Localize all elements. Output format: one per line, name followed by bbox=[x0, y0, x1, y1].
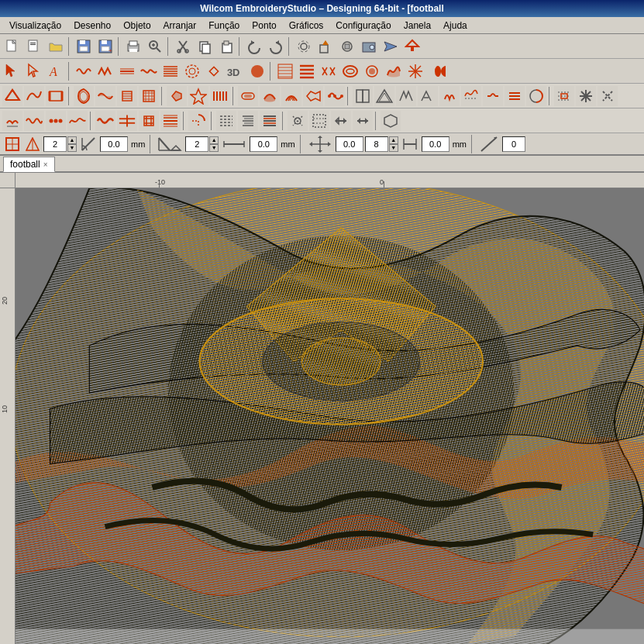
letter-tool[interactable]: A bbox=[46, 61, 66, 81]
dense-pattern[interactable] bbox=[160, 61, 181, 81]
input-val1[interactable]: 2 bbox=[43, 136, 67, 152]
spin-up-3[interactable]: ▲ bbox=[389, 136, 398, 144]
diagonal-icon[interactable] bbox=[478, 134, 500, 154]
input-val2[interactable]: 0.0 bbox=[100, 136, 128, 152]
undo-button[interactable] bbox=[244, 36, 264, 57]
length-icon[interactable] bbox=[221, 134, 247, 154]
menu-ajuda[interactable]: Ajuda bbox=[437, 19, 474, 33]
fancy-stitch[interactable] bbox=[362, 61, 382, 81]
t3-15[interactable] bbox=[325, 86, 345, 106]
radial-pattern[interactable] bbox=[182, 61, 202, 81]
new-button[interactable] bbox=[2, 36, 22, 57]
t3-16[interactable] bbox=[353, 86, 373, 106]
spin-up-2[interactable]: ▲ bbox=[209, 136, 219, 144]
menu-ponto[interactable]: Ponto bbox=[246, 19, 282, 33]
t4-15[interactable] bbox=[331, 111, 351, 131]
t4-9[interactable] bbox=[188, 111, 208, 131]
menu-janela[interactable]: Janela bbox=[398, 19, 437, 33]
t3-23[interactable] bbox=[505, 86, 525, 106]
spin-down-1[interactable]: ▼ bbox=[67, 144, 77, 152]
node-tool[interactable] bbox=[24, 61, 44, 81]
t4-8[interactable] bbox=[160, 111, 181, 131]
new2-button[interactable] bbox=[24, 36, 44, 57]
t3-18[interactable] bbox=[396, 86, 416, 106]
circle-stitch[interactable] bbox=[340, 61, 360, 81]
t3-7[interactable] bbox=[139, 86, 159, 106]
measure-icon[interactable] bbox=[401, 134, 419, 154]
fill-pattern[interactable] bbox=[247, 61, 267, 81]
t3-11[interactable] bbox=[238, 86, 258, 106]
t3-27[interactable] bbox=[598, 86, 618, 106]
wave2-tool[interactable] bbox=[139, 61, 159, 81]
moon-stitch[interactable] bbox=[427, 61, 447, 81]
3d-button[interactable]: 3D bbox=[226, 61, 246, 81]
input-val4[interactable]: 0.0 bbox=[250, 136, 277, 152]
export-button[interactable] bbox=[402, 36, 422, 57]
t3-22[interactable] bbox=[483, 86, 503, 106]
t3-26[interactable] bbox=[576, 86, 596, 106]
save-button[interactable] bbox=[74, 36, 94, 57]
input-val7[interactable]: 0.0 bbox=[422, 136, 449, 152]
machine-button[interactable] bbox=[359, 36, 379, 57]
menu-objeto[interactable]: Objeto bbox=[117, 19, 157, 33]
t3-4[interactable] bbox=[74, 86, 94, 106]
snap-button[interactable] bbox=[4, 136, 21, 153]
settings-button[interactable] bbox=[294, 36, 314, 57]
t4-13[interactable] bbox=[288, 111, 308, 131]
t3-5[interactable] bbox=[95, 86, 115, 106]
t4-1[interactable] bbox=[2, 111, 22, 131]
redo-button[interactable] bbox=[266, 36, 286, 57]
menu-arranjar[interactable]: Arranjar bbox=[157, 19, 203, 33]
t3-10[interactable] bbox=[210, 86, 230, 106]
t3-20[interactable] bbox=[439, 86, 460, 106]
line-tool[interactable] bbox=[117, 61, 137, 81]
t3-8[interactable] bbox=[167, 86, 187, 106]
main-canvas[interactable] bbox=[15, 188, 644, 644]
input-val3[interactable]: 2 bbox=[185, 136, 208, 152]
t4-6[interactable] bbox=[117, 111, 137, 131]
rotate-button[interactable] bbox=[337, 36, 357, 57]
tab-close-button[interactable]: × bbox=[43, 160, 48, 169]
angle-icon[interactable] bbox=[79, 134, 98, 154]
t3-6[interactable] bbox=[117, 86, 137, 106]
t4-11[interactable] bbox=[238, 111, 258, 131]
t4-16[interactable] bbox=[353, 111, 373, 131]
t3-9[interactable] bbox=[188, 86, 208, 106]
open-button[interactable] bbox=[46, 36, 66, 57]
move-icon[interactable] bbox=[307, 134, 333, 154]
input-val5[interactable]: 0.0 bbox=[336, 136, 363, 152]
copy-button[interactable] bbox=[195, 36, 215, 57]
fill2-pattern[interactable] bbox=[275, 61, 295, 81]
menu-graficos[interactable]: Gráficos bbox=[283, 19, 330, 33]
select-tool[interactable] bbox=[2, 61, 22, 81]
snow-stitch[interactable] bbox=[405, 61, 425, 81]
cross-pattern[interactable] bbox=[319, 61, 339, 81]
paste-button[interactable] bbox=[216, 36, 236, 57]
input-val8[interactable]: 0 bbox=[502, 136, 525, 152]
t4-3[interactable] bbox=[46, 111, 66, 131]
menu-configuracao[interactable]: Configuração bbox=[329, 19, 397, 33]
t4-12[interactable] bbox=[260, 111, 280, 131]
t3-19[interactable] bbox=[418, 86, 438, 106]
t4-5[interactable] bbox=[95, 111, 115, 131]
print-button[interactable] bbox=[123, 36, 143, 57]
t3-24[interactable] bbox=[526, 86, 546, 106]
snap2-button[interactable] bbox=[24, 136, 41, 153]
save2-button[interactable]: + bbox=[95, 36, 115, 57]
menu-funcao[interactable]: Função bbox=[202, 19, 246, 33]
t4-17[interactable] bbox=[381, 111, 401, 131]
wave-tool[interactable] bbox=[74, 61, 94, 81]
t4-10[interactable] bbox=[216, 111, 236, 131]
t3-21[interactable] bbox=[461, 86, 481, 106]
spin-down-3[interactable]: ▼ bbox=[389, 144, 398, 152]
menu-visualizacao[interactable]: Visualização bbox=[3, 19, 67, 33]
t3-14[interactable] bbox=[303, 86, 323, 106]
diamond-pattern[interactable] bbox=[204, 61, 224, 81]
t3-3[interactable] bbox=[46, 86, 66, 106]
zoom-button[interactable] bbox=[145, 36, 165, 57]
spin-down-2[interactable]: ▼ bbox=[209, 144, 219, 152]
import-button[interactable] bbox=[315, 36, 336, 57]
input-val6[interactable]: 8 bbox=[365, 136, 388, 152]
t4-4[interactable] bbox=[67, 111, 88, 131]
t4-7[interactable] bbox=[139, 111, 159, 131]
